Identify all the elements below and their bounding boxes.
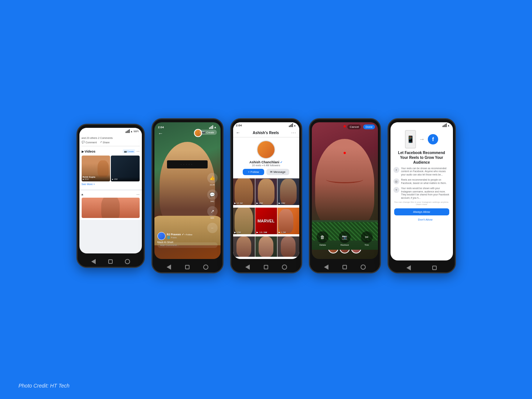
p1-comment-btn[interactable]: 💬Comment: [82, 141, 97, 144]
main-container: ▲ WiFi and 23 others 2 Comments 💬Comment…: [0, 0, 532, 399]
p2-like-btn[interactable]: 👍 111K: [207, 173, 218, 186]
p3-cell-views-3: ▶ 19M: [279, 202, 285, 204]
p2-public-badge: 🌐 Public: [167, 236, 192, 239]
p4-nav-home[interactable]: [341, 264, 348, 270]
p3-profile-name: Ashish Chanchlani ✓: [249, 160, 283, 164]
p3-header-title: Ashish's Reels: [253, 131, 279, 135]
p1-video-views: ▶ 18M: [112, 178, 139, 180]
phone-1: ▲ WiFi and 23 others 2 Comments 💬Comment…: [76, 124, 145, 268]
p3-cell-views-1: ▶ 12.1M: [234, 202, 243, 204]
p5-list-icon-2: ◎: [393, 178, 399, 184]
p3-cell-5[interactable]: MARVEL ▶ 13.5M: [255, 208, 277, 234]
p1-social-line: and 23 others 2 Comments: [82, 137, 140, 139]
p4-trim-btn[interactable]: ✂ Trim: [361, 231, 373, 246]
p1-section-title: ▶ Videos: [82, 150, 96, 153]
phone5-screen: ▲ 📱 → f Let Facebook Recommend Your Reel…: [391, 122, 453, 260]
p1-creator-views: ▶ 921K: [83, 178, 109, 180]
p4-nav-recents[interactable]: [360, 264, 366, 270]
p2-nav-back[interactable]: [166, 264, 172, 270]
p3-cell-9[interactable]: [277, 236, 299, 257]
p2-creator-avatar: [157, 232, 166, 240]
p3-header: ← Ashish's Reels ···: [233, 128, 299, 137]
p4-delete-btn[interactable]: 🗑 Delete: [317, 231, 328, 246]
p3-profile-section: Ashish Chanchlani ✓ 16 reels • 4.4M foll…: [233, 137, 299, 178]
p5-list-text-2: Reels are recommended to people on Faceb…: [401, 178, 450, 185]
p2-comment-bar[interactable]: Add Comment...: [157, 242, 218, 248]
phone1-screen: ▲ WiFi and 23 others 2 Comments 💬Comment…: [79, 128, 142, 253]
p5-nav-back[interactable]: [405, 265, 412, 271]
p3-nav-home[interactable]: [263, 264, 269, 270]
p3-nav-bar: [231, 262, 301, 272]
p1-share-btn[interactable]: ↗Share: [100, 141, 110, 144]
p4-cancel-btn[interactable]: Cancel: [347, 125, 361, 129]
p3-cell-7[interactable]: [233, 236, 255, 257]
p3-dots-menu[interactable]: ···: [291, 130, 296, 135]
p3-cell-views-4: ▶ 12M: [234, 231, 241, 233]
p3-cell-4[interactable]: ▶ 12M: [233, 208, 255, 234]
p2-right-actions: 👍 111K 💬 940 ↗ 420 ···: [207, 173, 218, 233]
p1-nav-home[interactable]: [107, 258, 114, 265]
p2-time: 2:04: [158, 126, 164, 129]
p2-back-btn[interactable]: ←: [158, 130, 163, 136]
p5-list-icon-3: ?: [393, 187, 399, 193]
p4-done-btn[interactable]: Done: [363, 125, 375, 129]
p1-action-row: 💬Comment ↗Share: [82, 141, 140, 144]
p5-nav-bar: [389, 263, 455, 272]
p1-video-thumb-1[interactable]: Rohit Gupta ▶ 921K: [82, 156, 110, 181]
p1-more-thumb[interactable]: [82, 198, 140, 218]
p5-status-bar: ▲: [391, 122, 453, 128]
p3-cell-views-2: ▶ 18M: [256, 202, 263, 204]
p3-nav-recents[interactable]: [281, 264, 288, 270]
p5-list-icon-1: f: [393, 167, 399, 173]
p1-more-section: a ···: [79, 191, 142, 220]
p5-deny-btn[interactable]: Don't Allow: [394, 217, 453, 222]
phone2-screen: ▪▪▪▪▪ 2:04 ▲ ← 📷: [154, 122, 221, 259]
p5-allow-btn[interactable]: Always Allow: [394, 208, 449, 215]
p4-reshoot-btn[interactable]: 📷 Reshoot: [339, 231, 351, 246]
p1-video-grid: Rohit Gupta ▶ 921K ▶ 18M: [82, 156, 140, 181]
p2-nav-home[interactable]: [184, 264, 191, 270]
phone3-screen: 2:04 ▲ ← Ashish's Reels ··· Ashish Chanc…: [233, 122, 299, 259]
p3-btn-row: + Follow ✉ Message: [243, 169, 289, 175]
p5-title: Let Facebook Recommend Your Reels to Gro…: [391, 150, 453, 167]
p2-create-btn[interactable]: 📷 Create: [200, 130, 216, 135]
p5-list-item-1: f Your reels can be shown as recommended…: [393, 167, 450, 176]
p1-create-btn[interactable]: 📷Create: [123, 149, 135, 153]
p3-follow-btn[interactable]: + Follow: [243, 169, 264, 175]
p2-share-btn[interactable]: ↗ 420: [207, 206, 218, 219]
p5-list-text-3: Your reels would be shown with your Inst…: [401, 187, 450, 200]
p2-follow-btn[interactable]: • Follow: [185, 233, 192, 236]
p2-creator-row: RJ Praveen ✓ • Follow 🌐 Public: [157, 232, 202, 240]
p5-nav-home[interactable]: [431, 265, 438, 271]
p3-cell-6[interactable]: ▶ 1.2M: [277, 208, 299, 234]
p3-cell-views-5: ▶ 13.5M: [256, 231, 267, 233]
p3-cell-3[interactable]: ▶ 19M: [277, 178, 299, 205]
p2-bottom-info: RJ Praveen ✓ • Follow 🌐 Public Masti Ki …: [157, 232, 202, 243]
phone-4: Cancel Done 🗑 Delete 📷 Reshoot: [309, 118, 381, 273]
p1-status-bar: ▲ WiFi: [79, 128, 142, 134]
p1-video-thumb-2[interactable]: ▶ 18M: [111, 156, 140, 181]
p1-nav-back[interactable]: [90, 258, 97, 265]
p3-cell-1[interactable]: ▶ 12.1M: [233, 178, 255, 205]
p1-nav-bar: [78, 256, 144, 267]
p1-nav-recents[interactable]: [124, 258, 131, 265]
p2-comment-btn[interactable]: 💬 940: [207, 190, 218, 202]
p2-nav-recents[interactable]: [202, 264, 209, 270]
p4-nav-back[interactable]: [323, 264, 330, 270]
p3-cell-8[interactable]: [255, 236, 277, 257]
p4-nav-bar: [310, 262, 380, 272]
p5-small-note: You can change this in your Instagram se…: [391, 200, 453, 207]
phone-3: 2:04 ▲ ← Ashish's Reels ··· Ashish Chanc…: [230, 118, 302, 273]
p5-fb-icon: f: [428, 134, 438, 144]
p3-cell-2[interactable]: ▶ 18M: [255, 178, 277, 205]
p1-post-area: and 23 others 2 Comments 💬Comment ↗Share…: [79, 134, 142, 189]
p5-phone-icon: 📱: [405, 130, 416, 149]
p3-nav-back[interactable]: [244, 264, 251, 270]
p3-message-btn[interactable]: ✉ Message: [266, 169, 289, 175]
p5-illustration: 📱 → f: [391, 128, 453, 150]
p1-see-more[interactable]: See More >: [82, 181, 140, 187]
p3-followers: 16 reels • 4.4M followers: [252, 164, 280, 167]
p4-bottom-controls: 🗑 Delete 📷 Reshoot ✂ Trim: [312, 231, 378, 246]
p1-section-row: ▶ Videos 📷Create ···: [82, 148, 140, 155]
p2-more-btn[interactable]: ···: [207, 223, 218, 233]
